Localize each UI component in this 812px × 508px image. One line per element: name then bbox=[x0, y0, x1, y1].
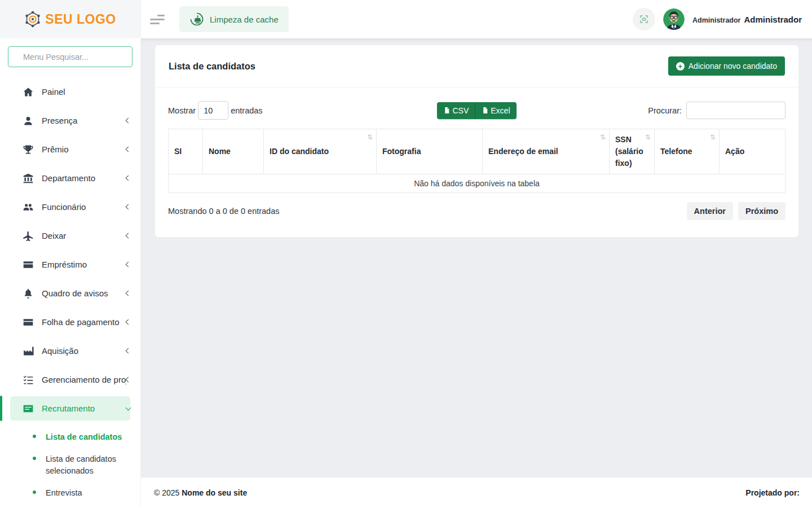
sidebar-item-folha-de-pagamento[interactable]: Folha de pagamento bbox=[0, 308, 140, 336]
export-excel-button[interactable]: Excel bbox=[475, 102, 516, 119]
export-excel-label: Excel bbox=[491, 106, 510, 115]
export-csv-label: CSV bbox=[452, 106, 469, 115]
page-footer: © 2025 Nome do seu site Projetado por: bbox=[141, 477, 812, 508]
table-empty-row: Não há dados disponíveis na tabela bbox=[169, 174, 785, 193]
sidebar-subitem-entrevista[interactable]: Entrevista bbox=[0, 482, 140, 504]
sidebar-item-funcionario[interactable]: Funcionário bbox=[0, 192, 140, 221]
sidebar-item-gerenciamento-de-projeto[interactable]: Gerenciamento de projeto bbox=[0, 365, 140, 394]
copyright-year: © 2025 bbox=[154, 488, 179, 497]
pagination-buttons: Anterior Próximo bbox=[687, 202, 785, 220]
column-header-si[interactable]: SI bbox=[169, 129, 203, 174]
tasks-icon bbox=[23, 374, 34, 386]
user-menu[interactable]: Administrador Administrador bbox=[692, 15, 802, 24]
topbar-right: Administrador Administrador bbox=[633, 8, 802, 30]
column-header-endereco-de-email[interactable]: Endereço de email ⇅ bbox=[483, 129, 610, 174]
chevron-icon bbox=[126, 319, 131, 325]
chevron-icon bbox=[126, 377, 131, 383]
fullscreen-icon bbox=[639, 14, 649, 24]
sidebar-item-painel[interactable]: Painel bbox=[0, 77, 140, 106]
column-header-ssn-salario-fixo-[interactable]: SSN (salário fixo) ⇅ bbox=[610, 129, 655, 174]
column-header-fotografia[interactable]: Fotografia bbox=[377, 129, 483, 174]
table-search-label: Procurar: bbox=[648, 106, 682, 115]
bank-icon bbox=[23, 173, 34, 184]
clear-cache-button[interactable]: Limpeza de cache bbox=[179, 6, 289, 32]
sidebar-item-departamento[interactable]: Departamento bbox=[0, 164, 140, 192]
column-header-label: SSN (salário fixo) bbox=[615, 135, 643, 168]
column-header-acao[interactable]: Ação bbox=[720, 129, 785, 174]
chevron-icon bbox=[126, 233, 131, 239]
column-header-id-do-candidato[interactable]: ID do candidato ⇅ bbox=[264, 129, 377, 174]
sidebar-item-deixar[interactable]: Deixar bbox=[0, 221, 140, 250]
export-csv-button[interactable]: CSV bbox=[437, 102, 475, 119]
bell-icon bbox=[23, 288, 34, 299]
table-controls: Mostrar entradas CSV Excel bbox=[168, 101, 785, 120]
sidebar-item-label: Aquisição bbox=[42, 346, 126, 356]
chevron-icon bbox=[126, 291, 131, 296]
app-window: SEU LOGO Painel Presença Prêmio Departam… bbox=[0, 0, 812, 508]
csv-file-icon bbox=[443, 107, 451, 114]
logo-hex-icon bbox=[24, 11, 41, 28]
sidebar-menu: Painel Presença Prêmio Departamento Func… bbox=[0, 72, 140, 508]
sidebar-item-label: Funcionário bbox=[42, 202, 126, 212]
plus-circle-icon: + bbox=[676, 62, 685, 71]
sidebar-toggle-icon[interactable] bbox=[150, 15, 165, 24]
logo[interactable]: SEU LOGO bbox=[0, 0, 140, 38]
previous-page-button[interactable]: Anterior bbox=[687, 202, 733, 220]
sidebar-item-presenca[interactable]: Presença bbox=[0, 106, 140, 135]
logo-text: SEU LOGO bbox=[45, 12, 116, 27]
chevron-icon bbox=[126, 348, 131, 354]
topbar: Limpeza de cache bbox=[141, 0, 812, 38]
column-header-label: Endereço de email bbox=[488, 147, 558, 156]
broom-icon bbox=[189, 12, 204, 27]
sidebar-subitem-lista-de-candidatos[interactable]: Lista de candidatos bbox=[0, 426, 140, 448]
sidebar-item-premio[interactable]: Prêmio bbox=[0, 135, 140, 164]
card-body: Mostrar entradas CSV Excel bbox=[155, 87, 798, 237]
table-footer: Mostrando 0 a 0 de 0 entradas Anterior P… bbox=[168, 202, 785, 220]
entries-select[interactable] bbox=[198, 101, 228, 120]
chevron-icon bbox=[126, 405, 131, 410]
card-header: Lista de candidatos + Adicionar novo can… bbox=[155, 45, 798, 87]
chevron-icon bbox=[126, 204, 131, 210]
users-icon bbox=[23, 202, 34, 213]
column-header-label: Telefone bbox=[660, 147, 692, 156]
fullscreen-button[interactable] bbox=[633, 8, 655, 30]
pagination-info: Mostrando 0 a 0 de 0 entradas bbox=[168, 207, 280, 216]
sidebar-item-aquisicao[interactable]: Aquisição bbox=[0, 336, 140, 365]
avatar[interactable] bbox=[663, 8, 685, 30]
page-title: Lista de candidatos bbox=[169, 61, 255, 72]
add-candidate-label: Adicionar novo candidato bbox=[689, 62, 777, 71]
credit-card-icon bbox=[23, 317, 34, 328]
sidebar-submenu: Lista de candidatos Lista de candidatos … bbox=[0, 423, 140, 506]
export-buttons: CSV Excel bbox=[437, 102, 516, 119]
sort-icon: ⇅ bbox=[645, 132, 651, 142]
next-page-button[interactable]: Próximo bbox=[738, 202, 785, 220]
sidebar-item-label: Folha de pagamento bbox=[42, 317, 126, 327]
site-name: Nome do seu site bbox=[182, 488, 247, 497]
sort-icon: ⇅ bbox=[710, 132, 716, 142]
user-name: Administrador bbox=[744, 15, 802, 24]
sidebar-item-quadro-de-avisos[interactable]: Quadro de avisos bbox=[0, 279, 140, 308]
column-header-telefone[interactable]: Telefone ⇅ bbox=[655, 129, 720, 174]
menu-search-input[interactable] bbox=[8, 46, 133, 67]
user-icon bbox=[23, 115, 34, 126]
column-header-label: Fotografia bbox=[382, 147, 421, 156]
column-header-nome[interactable]: Nome bbox=[203, 129, 264, 174]
table-search-input[interactable] bbox=[686, 102, 785, 119]
column-header-label: ID do candidato bbox=[270, 147, 329, 156]
sort-icon: ⇅ bbox=[367, 132, 373, 142]
sidebar-item-emprestimo[interactable]: Empréstimo bbox=[0, 250, 140, 279]
sidebar: SEU LOGO Painel Presença Prêmio Departam… bbox=[0, 0, 141, 508]
bullet-icon bbox=[33, 491, 36, 494]
add-candidate-button[interactable]: + Adicionar novo candidato bbox=[668, 56, 785, 76]
industry-icon bbox=[23, 345, 34, 357]
table-list-icon bbox=[23, 403, 34, 414]
sidebar-item-label: Presença bbox=[42, 116, 126, 125]
sort-icon: ⇅ bbox=[600, 132, 606, 142]
chevron-icon bbox=[126, 176, 131, 181]
footer-copyright: © 2025 Nome do seu site bbox=[154, 488, 247, 497]
excel-file-icon bbox=[482, 107, 489, 114]
sidebar-item-label: Recrutamento bbox=[42, 404, 126, 413]
sidebar-subitem-lista-de-candidatos-selecionados[interactable]: Lista de candidatos selecionados bbox=[0, 448, 140, 482]
sidebar-subitem-label: Lista de candidatos selecionados bbox=[46, 453, 133, 477]
sidebar-item-recrutamento[interactable]: Recrutamento bbox=[0, 394, 140, 423]
